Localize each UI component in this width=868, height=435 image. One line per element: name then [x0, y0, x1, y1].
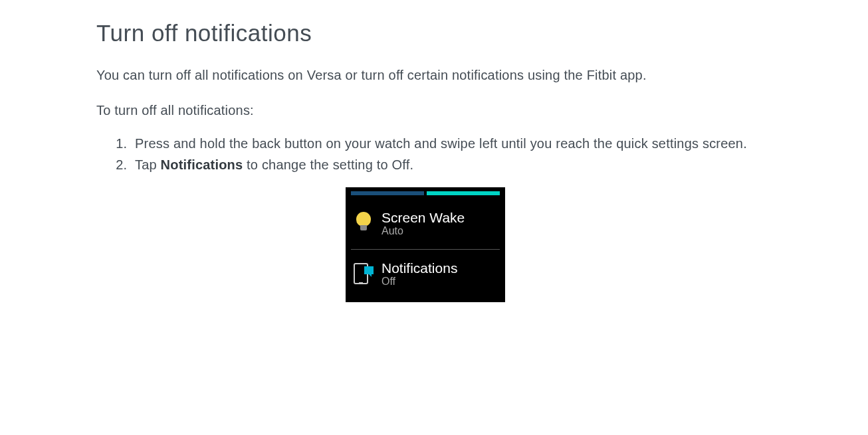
notifications-title: Notifications — [381, 260, 457, 276]
instruction-list: Press and hold the back button on your w… — [131, 133, 754, 175]
device-topbar — [351, 191, 500, 195]
notifications-status: Off — [381, 276, 457, 288]
page-heading: Turn off notifications — [96, 20, 754, 46]
step2-suffix: to change the setting to Off. — [243, 157, 413, 172]
device-row-notifications: Notifications Off — [351, 254, 500, 296]
topbar-segment-active — [427, 191, 500, 195]
instruction-step-1: Press and hold the back button on your w… — [131, 133, 754, 154]
screen-wake-title: Screen Wake — [381, 210, 465, 225]
instruction-step-2: Tap Notifications to change the setting … — [131, 154, 754, 175]
step2-bold: Notifications — [161, 157, 243, 172]
intro-paragraph: You can turn off all notifications on Ve… — [96, 65, 754, 86]
phone-notification-icon — [354, 261, 374, 288]
step2-prefix: Tap — [135, 157, 161, 172]
instruction-lead: To turn off all notifications: — [96, 103, 754, 118]
topbar-segment-inactive — [351, 191, 424, 195]
lightbulb-icon — [354, 211, 374, 237]
device-row-screen-wake: Screen Wake Auto — [351, 203, 500, 250]
device-screenshot: Screen Wake Auto Notifications Off — [346, 187, 505, 302]
screen-wake-status: Auto — [381, 225, 465, 237]
